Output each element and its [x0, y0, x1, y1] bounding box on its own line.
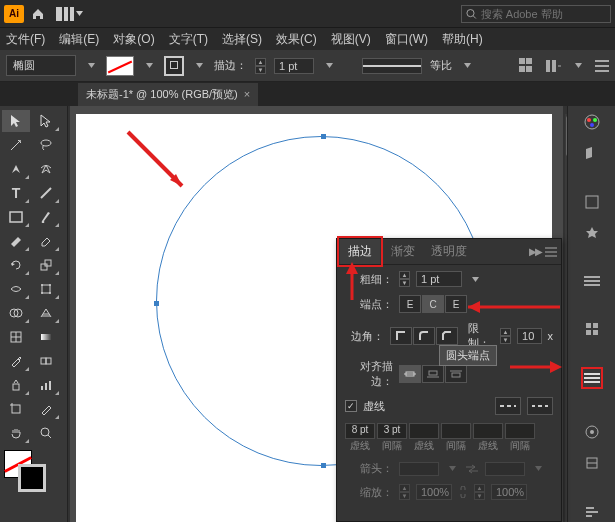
panel-menu-icon[interactable] — [595, 60, 609, 72]
menu-view[interactable]: 视图(V) — [331, 31, 371, 48]
hand-tool[interactable] — [2, 422, 30, 444]
corner-miter-button[interactable] — [390, 327, 412, 345]
symbols-panel-icon[interactable] — [581, 222, 603, 243]
layers-panel-icon[interactable] — [581, 319, 603, 340]
menu-file[interactable]: 文件(F) — [6, 31, 45, 48]
align-outside-button[interactable] — [445, 365, 467, 383]
arrow-start-select[interactable] — [399, 462, 439, 476]
align-panel-icon-right[interactable] — [581, 501, 603, 522]
rectangle-tool[interactable] — [2, 206, 30, 228]
menu-window[interactable]: 窗口(W) — [385, 31, 428, 48]
free-transform-tool[interactable] — [32, 278, 60, 300]
stroke-color-box[interactable] — [18, 464, 46, 492]
pen-tool[interactable] — [2, 158, 30, 180]
stroke-weight-input[interactable]: 1 pt — [274, 58, 314, 74]
cap-round-button[interactable]: C — [422, 295, 444, 313]
stroke-profile[interactable] — [362, 58, 422, 74]
stroke-weight-dropdown[interactable] — [322, 59, 336, 73]
profile-dropdown[interactable] — [460, 59, 474, 73]
gradient-tool[interactable] — [32, 326, 60, 348]
fill-dropdown[interactable] — [142, 59, 156, 73]
close-tab-icon[interactable]: × — [244, 88, 250, 100]
collapse-panel-icon[interactable]: ▶▶ — [529, 246, 541, 257]
swap-arrows-icon[interactable] — [465, 464, 479, 474]
align-panel-icon[interactable] — [545, 58, 561, 74]
column-graph-tool[interactable] — [32, 374, 60, 396]
graphic-styles-panel-icon[interactable] — [581, 453, 603, 474]
scale-start-input[interactable]: 100% — [416, 484, 452, 500]
lasso-tool[interactable] — [32, 134, 60, 156]
shape-name-dropdown[interactable] — [84, 59, 98, 73]
eraser-tool[interactable] — [32, 230, 60, 252]
mesh-tool[interactable] — [2, 326, 30, 348]
direct-selection-tool[interactable] — [32, 110, 60, 132]
type-tool[interactable]: T — [2, 182, 30, 204]
shape-builder-tool[interactable] — [2, 302, 30, 324]
properties-panel-icon[interactable] — [581, 367, 603, 388]
dash-2-input[interactable] — [409, 423, 439, 439]
menu-effect[interactable]: 效果(C) — [276, 31, 317, 48]
align-dropdown[interactable] — [571, 59, 585, 73]
rotate-tool[interactable] — [2, 254, 30, 276]
gap-2-input[interactable] — [441, 423, 471, 439]
artboard-tool[interactable] — [2, 398, 30, 420]
corner-bevel-button[interactable] — [436, 327, 458, 345]
link-scale-icon[interactable] — [458, 486, 468, 498]
menu-select[interactable]: 选择(S) — [222, 31, 262, 48]
essentials-icon[interactable] — [519, 58, 535, 74]
scale-end-spinner[interactable]: ▲▼ — [474, 484, 485, 500]
search-box[interactable] — [461, 5, 611, 23]
blend-tool[interactable] — [32, 350, 60, 372]
scale-end-input[interactable]: 100% — [491, 484, 527, 500]
arrow-end-select[interactable] — [485, 462, 525, 476]
arrange-documents-button[interactable] — [52, 5, 87, 23]
stroke-panel-toggle-icon[interactable] — [581, 271, 603, 292]
arrow-end-dropdown[interactable] — [531, 462, 545, 476]
symbol-sprayer-tool[interactable] — [2, 374, 30, 396]
selection-tool[interactable] — [2, 110, 30, 132]
gap-1-input[interactable]: 3 pt — [377, 423, 407, 439]
limit-spinner[interactable]: ▲▼ — [500, 328, 511, 344]
menu-edit[interactable]: 编辑(E) — [59, 31, 99, 48]
cap-butt-button[interactable]: E — [399, 295, 421, 313]
document-tab[interactable]: 未标题-1* @ 100% (RGB/预览) × — [78, 83, 258, 106]
menu-type[interactable]: 文字(T) — [169, 31, 208, 48]
stroke-weight-spinner[interactable]: ▲▼ — [255, 58, 266, 74]
limit-input[interactable]: 10 — [517, 328, 541, 344]
eyedropper-tool[interactable] — [2, 350, 30, 372]
align-inside-button[interactable] — [422, 365, 444, 383]
dash-3-input[interactable] — [473, 423, 503, 439]
fill-stroke-indicator[interactable] — [2, 450, 48, 490]
color-panel-icon[interactable] — [581, 112, 603, 133]
paintbrush-tool[interactable] — [32, 206, 60, 228]
shape-name-field[interactable]: 椭圆 — [6, 55, 76, 76]
panel-flyout-menu-icon[interactable] — [545, 247, 557, 257]
weight-spinner[interactable]: ▲▼ — [399, 271, 410, 287]
stroke-swatch[interactable] — [164, 56, 184, 76]
slice-tool[interactable] — [32, 398, 60, 420]
line-tool[interactable] — [32, 182, 60, 204]
dash-1-input[interactable]: 8 pt — [345, 423, 375, 439]
search-input[interactable] — [481, 8, 606, 20]
tab-transparency[interactable]: 透明度 — [423, 239, 475, 264]
magic-wand-tool[interactable] — [2, 134, 30, 156]
zoom-tool[interactable] — [32, 422, 60, 444]
appearance-panel-icon[interactable] — [581, 422, 603, 443]
menu-object[interactable]: 对象(O) — [113, 31, 154, 48]
stroke-dropdown[interactable] — [192, 59, 206, 73]
brushes-panel-icon[interactable] — [581, 191, 603, 212]
home-icon[interactable] — [30, 6, 46, 22]
gap-3-input[interactable] — [505, 423, 535, 439]
fill-swatch[interactable] — [106, 56, 134, 76]
tab-gradient[interactable]: 渐变 — [383, 239, 423, 264]
swatches-panel-icon[interactable] — [581, 143, 603, 164]
curvature-tool[interactable] — [32, 158, 60, 180]
dash-align-button[interactable] — [527, 397, 553, 415]
corner-round-button[interactable] — [413, 327, 435, 345]
scale-start-spinner[interactable]: ▲▼ — [399, 484, 410, 500]
dashed-line-checkbox[interactable]: ✓ — [345, 400, 357, 412]
shaper-tool[interactable] — [2, 230, 30, 252]
perspective-grid-tool[interactable] — [32, 302, 60, 324]
scale-tool[interactable] — [32, 254, 60, 276]
menu-help[interactable]: 帮助(H) — [442, 31, 483, 48]
